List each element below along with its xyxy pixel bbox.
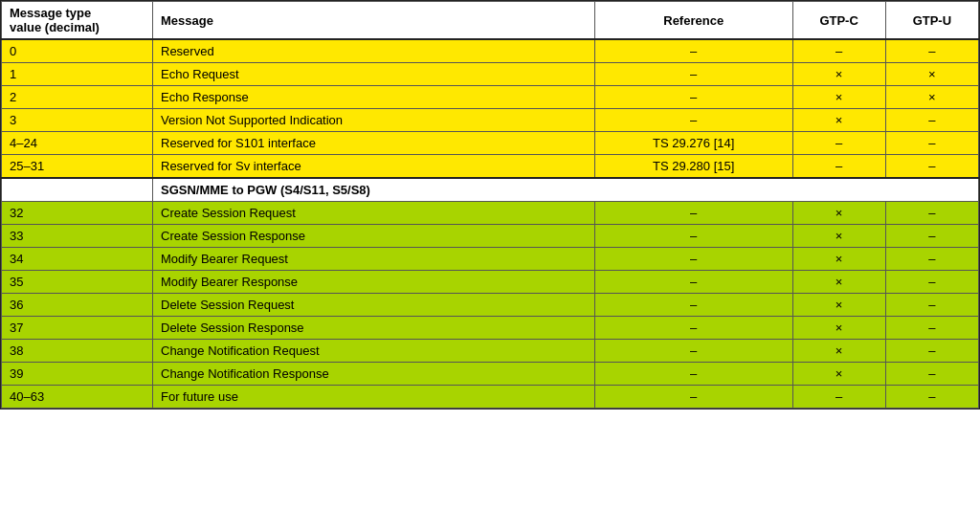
cell-gtpc: × <box>792 86 885 109</box>
table-row: 25–31 Reserved for Sv interface TS 29.28… <box>2 155 979 179</box>
table-row: 35 Modify Bearer Response – × – <box>2 271 979 294</box>
cell-msgtype: 25–31 <box>2 155 153 179</box>
cell-message: Echo Response <box>153 86 595 109</box>
cell-msgtype: 40–63 <box>2 386 153 409</box>
message-type-table: Message typevalue (decimal) Message Refe… <box>1 1 979 409</box>
cell-msgtype: 32 <box>2 202 153 225</box>
cell-reference: – <box>594 386 792 409</box>
cell-gtpc: × <box>792 63 885 86</box>
cell-gtpu: – <box>885 317 978 340</box>
cell-msgtype: 33 <box>2 225 153 248</box>
cell-reference: TS 29.280 [15] <box>594 155 792 179</box>
cell-gtpc: × <box>792 363 885 386</box>
cell-reference: – <box>594 271 792 294</box>
cell-gtpu: – <box>885 363 978 386</box>
cell-message: Reserved <box>153 39 595 63</box>
cell-gtpc: × <box>792 225 885 248</box>
cell-msgtype: 3 <box>2 109 153 132</box>
cell-message: For future use <box>153 386 595 409</box>
cell-msgtype: 4–24 <box>2 132 153 155</box>
cell-gtpu: – <box>885 294 978 317</box>
cell-reference: – <box>594 202 792 225</box>
cell-msgtype: 37 <box>2 317 153 340</box>
cell-gtpu: – <box>885 271 978 294</box>
cell-reference: – <box>594 248 792 271</box>
table-row: 4–24 Reserved for S101 interface TS 29.2… <box>2 132 979 155</box>
table-row: 36 Delete Session Request – × – <box>2 294 979 317</box>
cell-gtpc: – <box>792 39 885 63</box>
table-row: 3 Version Not Supported Indication – × – <box>2 109 979 132</box>
cell-gtpc: × <box>792 340 885 363</box>
table-row: SGSN/MME to PGW (S4/S11, S5/S8) <box>2 178 979 202</box>
cell-message: Version Not Supported Indication <box>153 109 595 132</box>
cell-reference: – <box>594 317 792 340</box>
table-row: 40–63 For future use – – – <box>2 386 979 409</box>
table-header-row: Message typevalue (decimal) Message Refe… <box>2 2 979 40</box>
section-type-cell <box>2 178 153 202</box>
header-gtpu: GTP-U <box>885 2 978 40</box>
cell-msgtype: 38 <box>2 340 153 363</box>
cell-message: Create Session Response <box>153 225 595 248</box>
cell-msgtype: 35 <box>2 271 153 294</box>
cell-gtpu: – <box>885 155 978 179</box>
cell-reference: TS 29.276 [14] <box>594 132 792 155</box>
cell-message: Change Notification Response <box>153 363 595 386</box>
cell-reference: – <box>594 86 792 109</box>
cell-message: Reserved for S101 interface <box>153 132 595 155</box>
cell-message: Delete Session Response <box>153 317 595 340</box>
cell-reference: – <box>594 39 792 63</box>
cell-reference: – <box>594 294 792 317</box>
cell-gtpc: – <box>792 132 885 155</box>
cell-message: Create Session Request <box>153 202 595 225</box>
table-row: 38 Change Notification Request – × – <box>2 340 979 363</box>
cell-gtpu: × <box>885 86 978 109</box>
cell-reference: – <box>594 225 792 248</box>
cell-gtpc: × <box>792 294 885 317</box>
table-row: 37 Delete Session Response – × – <box>2 317 979 340</box>
cell-gtpu: – <box>885 340 978 363</box>
table-row: 32 Create Session Request – × – <box>2 202 979 225</box>
cell-gtpu: – <box>885 248 978 271</box>
cell-gtpu: – <box>885 39 978 63</box>
cell-message: Echo Request <box>153 63 595 86</box>
cell-gtpc: × <box>792 271 885 294</box>
table-row: 0 Reserved – – – <box>2 39 979 63</box>
cell-msgtype: 36 <box>2 294 153 317</box>
header-gtpc: GTP-C <box>792 2 885 40</box>
table-row: 34 Modify Bearer Request – × – <box>2 248 979 271</box>
header-message: Message <box>153 2 595 40</box>
main-table-container: Message typevalue (decimal) Message Refe… <box>0 0 980 409</box>
cell-message: Reserved for Sv interface <box>153 155 595 179</box>
cell-gtpc: – <box>792 155 885 179</box>
cell-message: Modify Bearer Response <box>153 271 595 294</box>
cell-gtpc: × <box>792 109 885 132</box>
cell-msgtype: 0 <box>2 39 153 63</box>
cell-gtpu: – <box>885 225 978 248</box>
cell-gtpu: – <box>885 109 978 132</box>
section-message-cell: SGSN/MME to PGW (S4/S11, S5/S8) <box>153 178 979 202</box>
header-msgtype: Message typevalue (decimal) <box>2 2 153 40</box>
cell-reference: – <box>594 109 792 132</box>
cell-gtpu: – <box>885 202 978 225</box>
table-row: 39 Change Notification Response – × – <box>2 363 979 386</box>
cell-gtpu: – <box>885 132 978 155</box>
cell-gtpc: × <box>792 202 885 225</box>
cell-reference: – <box>594 63 792 86</box>
table-row: 2 Echo Response – × × <box>2 86 979 109</box>
table-row: 33 Create Session Response – × – <box>2 225 979 248</box>
table-row: 1 Echo Request – × × <box>2 63 979 86</box>
cell-gtpu: × <box>885 63 978 86</box>
cell-msgtype: 1 <box>2 63 153 86</box>
cell-message: Delete Session Request <box>153 294 595 317</box>
cell-reference: – <box>594 363 792 386</box>
cell-gtpc: – <box>792 386 885 409</box>
cell-gtpu: – <box>885 386 978 409</box>
header-reference: Reference <box>594 2 792 40</box>
cell-message: Change Notification Request <box>153 340 595 363</box>
cell-msgtype: 2 <box>2 86 153 109</box>
cell-message: Modify Bearer Request <box>153 248 595 271</box>
cell-gtpc: × <box>792 317 885 340</box>
cell-reference: – <box>594 340 792 363</box>
cell-msgtype: 34 <box>2 248 153 271</box>
cell-gtpc: × <box>792 248 885 271</box>
